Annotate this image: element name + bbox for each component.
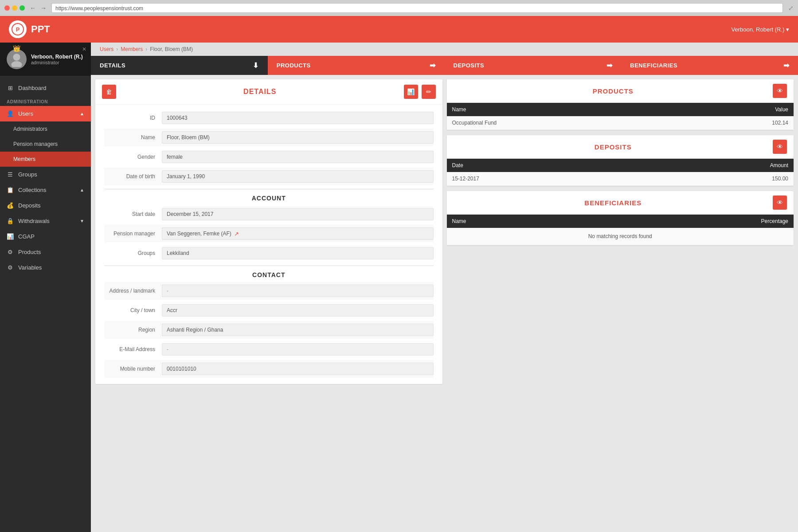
value-groups: Lekkiland [162,247,434,259]
value-region: Ashanti Region / Ghana [162,324,434,336]
beneficiaries-col-percentage: Percentage [584,215,794,228]
value-mobile: 0010101010 [162,363,434,375]
label-pension-manager: Pension manager [104,231,162,237]
deposits-sub-panel: DEPOSITS 👁 Date Amount 15-12-2017 [447,135,794,186]
close-dot[interactable] [4,5,10,11]
products-sub-panel: PRODUCTS 👁 Name Value Occupationa [447,79,794,130]
label-address: Address / landmark [104,288,162,294]
users-chevron-icon: ▲ [80,111,84,116]
sidebar-label-pension-managers: Pension managers [13,141,58,147]
forward-button[interactable]: → [39,4,48,12]
label-gender: Gender [104,154,162,160]
cgap-icon: 📊 [7,233,14,240]
table-row: Occupational Fund 102.14 [447,116,794,130]
sidebar-user-info: Verboon, Robert (R.) administrator [31,54,83,65]
sidebar-item-variables[interactable]: ⚙ Variables [0,260,91,275]
details-actions: 📊 ✏ [404,85,436,99]
tab-products[interactable]: PRODUCTS ➡ [268,56,445,75]
value-email: - [162,343,434,356]
field-region: Region Ashanti Region / Ghana [104,321,434,339]
maximize-dot[interactable] [20,5,25,11]
back-button[interactable]: ← [28,4,37,12]
sidebar-label-dashboard: Dashboard [18,85,47,91]
sidebar-item-products[interactable]: ⚙ Products [0,244,91,260]
external-link-icon[interactable]: ↗ [234,231,239,237]
right-panel: PRODUCTS 👁 Name Value Occupationa [447,79,794,391]
field-address: Address / landmark - [104,282,434,300]
deposit-amount-cell: 150.00 [643,172,794,186]
sidebar-user-area: ✕ 👑 Verboon, Robert (R.) administrator [0,43,91,76]
deposits-view-button[interactable]: 👁 [773,140,787,154]
sidebar-item-cgap[interactable]: 📊 CGAP [0,229,91,244]
value-start-date: December 15, 2017 [162,208,434,220]
sidebar-item-users[interactable]: 👤 Users ▲ [0,106,91,121]
breadcrumb-sep-2: › [145,46,147,52]
products-table: Name Value Occupational Fund 102.14 [447,103,794,130]
logo-icon: P [9,20,27,38]
delete-button[interactable]: 🗑 [102,85,116,99]
sidebar-item-collections[interactable]: 📋 Collections ▲ [0,182,91,198]
label-city: City / town [104,307,162,313]
pension-manager-text: Van Seggeren, Femke (AF) [167,231,231,237]
sidebar-label-members: Members [13,156,35,162]
beneficiaries-table-header-row: Name Percentage [447,215,794,228]
panels-container: 🗑 DETAILS 📊 ✏ ID 1000643 Nam [91,75,798,395]
products-sub-panel-header: PRODUCTS 👁 [447,79,794,103]
tabs-bar: DETAILS ⬇ PRODUCTS ➡ DEPOSITS ➡ BENEFICI… [91,56,798,75]
withdrawals-icon: 🔒 [7,218,14,224]
sidebar-label-users: Users [18,110,33,117]
sidebar-item-administrators[interactable]: Administrators [0,121,91,137]
sidebar-item-members[interactable]: Members [0,152,91,167]
chart-button[interactable]: 📊 [404,85,418,99]
sidebar-label-deposits: Deposits [18,202,41,209]
window-controls [4,5,25,11]
breadcrumb-users[interactable]: Users [100,46,113,52]
tab-beneficiaries-icon: ➡ [783,61,790,70]
user-menu[interactable]: Verboon, Robert (R.) ▾ [731,26,789,33]
products-view-button[interactable]: 👁 [773,84,787,98]
collections-chevron-icon: ▲ [80,188,84,192]
products-table-header-row: Name Value [447,103,794,116]
tab-beneficiaries[interactable]: BENEFICIARIES ➡ [621,56,798,75]
tab-beneficiaries-label: BENEFICIARIES [630,62,677,69]
url-bar[interactable]: https://www.peoplespensiontrust.com [51,3,783,13]
product-name-cell: Occupational Fund [447,116,680,130]
label-dob: Date of birth [104,173,162,180]
value-gender: female [162,151,434,163]
field-mobile: Mobile number 0010101010 [104,360,434,378]
beneficiaries-table: Name Percentage No matching records foun… [447,215,794,245]
sidebar-close-button[interactable]: ✕ [82,46,86,52]
tab-deposits-label: DEPOSITS [454,62,485,69]
field-id: ID 1000643 [104,109,434,127]
sidebar-item-pension-managers[interactable]: Pension managers [0,137,91,152]
beneficiaries-view-button[interactable]: 👁 [773,196,787,210]
users-sub-items: Administrators Pension managers Members [0,121,91,167]
left-panel: 🗑 DETAILS 📊 ✏ ID 1000643 Nam [95,79,442,391]
table-row: No matching records found [447,228,794,245]
edit-button[interactable]: ✏ [422,85,436,99]
label-mobile: Mobile number [104,366,162,372]
tab-deposits[interactable]: DEPOSITS ➡ [445,56,622,75]
sidebar-label-withdrawals: Withdrawals [18,218,50,224]
sidebar-item-dashboard[interactable]: ⊞ Dashboard [0,80,91,96]
sidebar-label-collections: Collections [18,187,47,193]
value-pension-manager: Van Seggeren, Femke (AF) ↗ [162,227,434,240]
breadcrumb: Users › Members › Floor, Bloem (BM) [91,43,798,56]
sidebar-item-withdrawals[interactable]: 🔒 Withdrawals ▼ [0,213,91,229]
expand-icon[interactable]: ⤢ [788,4,794,12]
products-col-value: Value [680,103,794,116]
label-name: Name [104,134,162,141]
breadcrumb-members[interactable]: Members [121,46,143,52]
label-start-date: Start date [104,211,162,217]
minimize-dot[interactable] [12,5,17,11]
sidebar-label-products: Products [18,249,41,255]
breadcrumb-sep-1: › [116,46,118,52]
form-section: ID 1000643 Name Floor, Bloem (BM) Gender… [95,105,442,384]
field-dob: Date of birth January 1, 1990 [104,168,434,185]
sidebar-item-groups[interactable]: ☰ Groups [0,167,91,182]
sidebar-item-deposits[interactable]: 💰 Deposits [0,198,91,213]
svg-point-3 [12,61,22,67]
deposits-sub-panel-header: DEPOSITS 👁 [447,135,794,159]
tab-details[interactable]: DETAILS ⬇ [91,56,268,75]
beneficiaries-sub-panel-title: BENEFICIARIES [454,199,773,207]
